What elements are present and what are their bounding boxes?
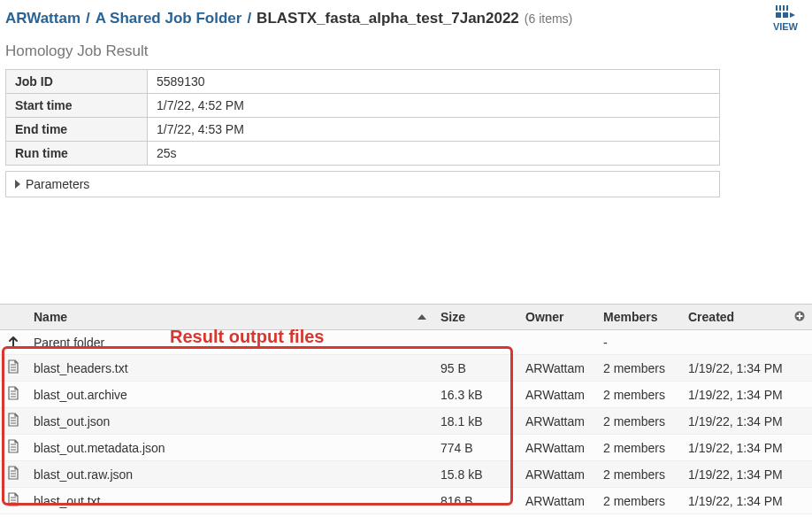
file-created: 1/19/22, 1:34 PM	[681, 435, 812, 461]
meta-val-end-time: 1/7/22, 4:53 PM	[148, 118, 720, 142]
file-size: 774 B	[433, 435, 518, 461]
file-icon	[0, 435, 27, 461]
file-name: blast_out.archive	[27, 382, 433, 408]
file-icon	[0, 461, 27, 488]
table-row[interactable]: blast_out.metadata.json774 BARWattam2 me…	[0, 435, 812, 461]
column-header-created[interactable]: Created	[681, 305, 812, 330]
file-members: 2 members	[596, 488, 681, 514]
breadcrumb-separator: /	[84, 10, 92, 27]
parent-folder-owner	[518, 330, 596, 355]
column-header-icon	[0, 305, 27, 330]
file-name: blast_headers.txt	[27, 355, 433, 382]
table-row[interactable]: blast_out.raw.json15.8 kBARWattam2 membe…	[0, 461, 812, 488]
meta-key-end-time: End time	[6, 118, 148, 142]
parent-folder-members: -	[596, 330, 681, 355]
svg-rect-3	[786, 5, 788, 11]
file-created: 1/19/22, 1:34 PM	[681, 355, 812, 382]
svg-rect-5	[783, 12, 788, 18]
svg-rect-4	[776, 12, 781, 18]
file-size: 15.8 kB	[433, 461, 518, 488]
view-label: VIEW	[773, 21, 798, 32]
meta-val-start-time: 1/7/22, 4:52 PM	[148, 94, 720, 118]
caret-right-icon	[15, 180, 20, 189]
file-icon	[0, 355, 27, 382]
file-created: 1/19/22, 1:34 PM	[681, 382, 812, 408]
file-name: blast_out.metadata.json	[27, 435, 433, 461]
file-owner: ARWattam	[518, 435, 596, 461]
column-header-size[interactable]: Size	[433, 305, 518, 330]
view-icon	[776, 5, 795, 21]
file-name: blast_out.txt	[27, 488, 433, 514]
job-meta-table: Job ID 5589130 Start time 1/7/22, 4:52 P…	[5, 69, 720, 166]
meta-key-job-id: Job ID	[6, 70, 148, 94]
file-owner: ARWattam	[518, 461, 596, 488]
file-members: 2 members	[596, 355, 681, 382]
table-row[interactable]: blast_out.json18.1 kBARWattam2 members1/…	[0, 408, 812, 435]
svg-rect-1	[779, 5, 781, 11]
breadcrumb-item-count: (6 items)	[525, 12, 572, 26]
parent-folder-size	[433, 330, 518, 355]
column-header-members[interactable]: Members	[596, 305, 681, 330]
file-name: blast_out.raw.json	[27, 461, 433, 488]
breadcrumb-separator: /	[245, 10, 253, 27]
file-size: 16.3 kB	[433, 382, 518, 408]
breadcrumb-link-shared-folder[interactable]: A Shared Job Folder	[96, 10, 242, 27]
file-size: 18.1 kB	[433, 408, 518, 435]
file-owner: ARWattam	[518, 408, 596, 435]
meta-val-run-time: 25s	[148, 142, 720, 166]
file-name: blast_out.json	[27, 408, 433, 435]
add-column-icon[interactable]	[794, 310, 805, 324]
table-row[interactable]: blast_headers.txt95 BARWattam2 members1/…	[0, 355, 812, 382]
file-table: Name Size Owner Members Created	[0, 304, 812, 514]
breadcrumb-current: BLASTX_fasta_alpha_test_7Jan2022	[257, 10, 519, 27]
file-members: 2 members	[596, 408, 681, 435]
file-created: 1/19/22, 1:34 PM	[681, 461, 812, 488]
parameters-toggle[interactable]: Parameters	[5, 171, 720, 197]
column-header-name-label: Name	[34, 310, 67, 324]
file-size: 816 B	[433, 488, 518, 514]
file-icon	[0, 488, 27, 514]
file-owner: ARWattam	[518, 355, 596, 382]
view-button[interactable]: VIEW	[773, 5, 798, 32]
file-size: 95 B	[433, 355, 518, 382]
column-header-name[interactable]: Name	[27, 305, 433, 330]
meta-val-job-id: 5589130	[148, 70, 720, 94]
table-row[interactable]: blast_out.archive16.3 kBARWattam2 member…	[0, 382, 812, 408]
parent-folder-name: Parent folder	[27, 330, 433, 355]
sort-ascending-icon	[417, 314, 426, 320]
file-owner: ARWattam	[518, 382, 596, 408]
breadcrumb-link-arwattam[interactable]: ARWattam	[5, 10, 80, 27]
table-row[interactable]: blast_out.txt816 BARWattam2 members1/19/…	[0, 488, 812, 514]
meta-key-start-time: Start time	[6, 94, 148, 118]
file-icon	[0, 382, 27, 408]
svg-rect-0	[776, 5, 778, 11]
section-title: Homology Job Result	[5, 39, 807, 69]
file-members: 2 members	[596, 461, 681, 488]
column-header-created-label: Created	[688, 310, 734, 324]
breadcrumb: ARWattam / A Shared Job Folder / BLASTX_…	[5, 0, 807, 39]
parent-folder-created	[681, 330, 812, 355]
meta-key-run-time: Run time	[6, 142, 148, 166]
file-icon	[0, 408, 27, 435]
file-created: 1/19/22, 1:34 PM	[681, 488, 812, 514]
parent-folder-row[interactable]: Parent folder -	[0, 330, 812, 355]
file-created: 1/19/22, 1:34 PM	[681, 408, 812, 435]
parameters-label: Parameters	[26, 177, 89, 191]
column-header-owner[interactable]: Owner	[518, 305, 596, 330]
svg-rect-9	[797, 315, 803, 317]
svg-marker-6	[790, 12, 795, 18]
file-members: 2 members	[596, 435, 681, 461]
up-arrow-icon	[0, 330, 27, 355]
file-members: 2 members	[596, 382, 681, 408]
file-owner: ARWattam	[518, 488, 596, 514]
svg-rect-2	[783, 5, 785, 11]
